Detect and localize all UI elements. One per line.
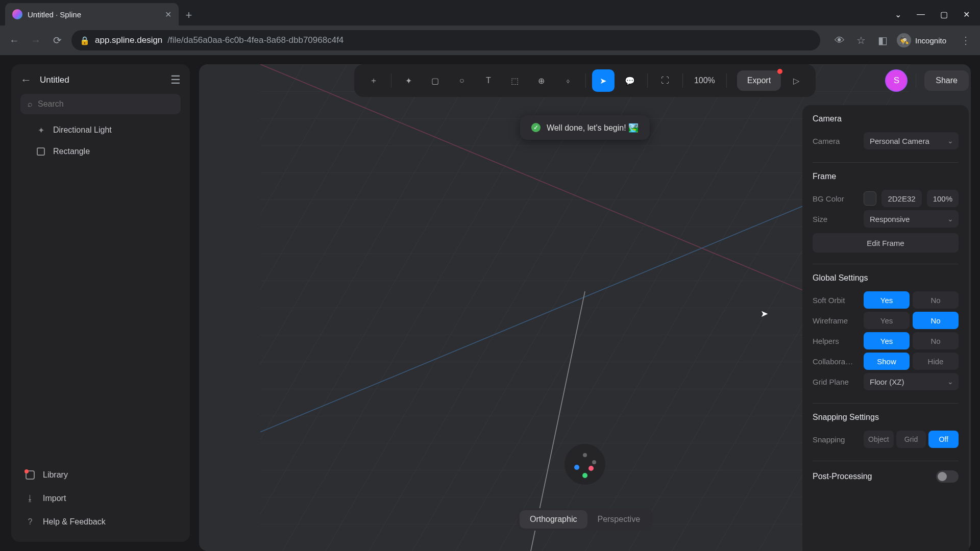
wireframe-label: Wireframe: [813, 316, 859, 325]
close-window-icon[interactable]: ✕: [963, 10, 970, 19]
layer-label: Directional Light: [53, 126, 112, 135]
check-icon: ✓: [531, 123, 541, 132]
camera-title: Camera: [813, 114, 959, 123]
divider: [813, 403, 959, 404]
maximize-icon[interactable]: ▢: [940, 10, 948, 19]
project-title[interactable]: Untitled: [40, 75, 162, 85]
snapping-off[interactable]: Off: [928, 431, 959, 448]
soft-orbit-yes[interactable]: Yes: [864, 291, 910, 309]
size-dropdown[interactable]: Responsive: [864, 210, 959, 228]
add-button[interactable]: ＋: [362, 69, 385, 92]
helpers-no[interactable]: No: [913, 332, 959, 349]
size-label: Size: [813, 215, 859, 223]
user-avatar[interactable]: S: [885, 69, 908, 92]
frame-tool-icon[interactable]: ⛶: [654, 69, 676, 92]
snapping-title: Snapping Settings: [813, 413, 959, 422]
svg-point-5: [583, 453, 587, 457]
browser-tab[interactable]: Untitled · Spline ✕: [5, 3, 179, 26]
collab-show[interactable]: Show: [864, 353, 910, 370]
url-path: /file/da56a0aa-6c0b-4fea-8a68-dbb70968c4…: [167, 35, 344, 45]
help-label: Help & Feedback: [43, 517, 106, 527]
rectangle-tool-icon[interactable]: ▢: [424, 69, 447, 92]
url-bar[interactable]: 🔒 app.spline.design /file/da56a0aa-6c0b-…: [71, 30, 820, 51]
browser-chrome: Untitled · Spline ✕ + ⌄ — ▢ ✕ ← → ⟳ 🔒 ap…: [0, 0, 980, 55]
url-domain: app.spline.design: [95, 35, 162, 45]
camera-section: Camera Camera Personal Camera: [813, 114, 959, 151]
snapping-object[interactable]: Object: [864, 431, 894, 448]
close-tab-icon[interactable]: ✕: [165, 10, 172, 19]
export-button[interactable]: Export: [737, 70, 781, 91]
circle-tool-icon[interactable]: ○: [451, 69, 473, 92]
orientation-gizmo[interactable]: [565, 444, 605, 485]
post-processing-toggle[interactable]: [936, 470, 959, 483]
notification-dot-icon: [777, 69, 782, 74]
comment-tool-icon[interactable]: 💬: [619, 69, 641, 92]
orthographic-button[interactable]: Orthographic: [520, 510, 587, 529]
rectangle-icon: [36, 146, 46, 157]
layer-item-rectangle[interactable]: Rectangle: [20, 141, 181, 162]
forward-icon[interactable]: →: [29, 35, 43, 46]
reload-icon[interactable]: ⟳: [50, 34, 64, 46]
post-title: Post-Processing: [813, 472, 872, 481]
share-button[interactable]: Share: [924, 70, 969, 91]
svg-point-7: [574, 465, 579, 470]
tag-tool-icon[interactable]: ⬨: [557, 69, 579, 92]
import-button[interactable]: ⭳ Import: [20, 488, 181, 509]
nav-bar: ← → ⟳ 🔒 app.spline.design /file/da56a0aa…: [0, 26, 980, 55]
camera-dropdown[interactable]: Personal Camera: [864, 132, 959, 149]
wireframe-no[interactable]: No: [913, 312, 959, 329]
tab-title: Untitled · Spline: [28, 10, 160, 19]
svg-point-9: [582, 473, 587, 478]
bg-color-swatch[interactable]: [864, 191, 876, 206]
bg-color-hex-input[interactable]: 2D2E32: [881, 190, 921, 207]
window-controls: ⌄ — ▢ ✕: [895, 3, 980, 26]
divider: [813, 162, 959, 163]
kebab-menu-icon[interactable]: ⋮: [959, 34, 973, 46]
separator: [726, 73, 727, 88]
collab-hide[interactable]: Hide: [913, 353, 959, 370]
divider: [813, 264, 959, 264]
play-button-icon[interactable]: ▷: [785, 69, 807, 92]
search-input[interactable]: [38, 99, 174, 109]
import-label: Import: [43, 494, 66, 503]
back-icon[interactable]: ←: [7, 35, 21, 46]
eye-off-icon[interactable]: 👁: [832, 35, 847, 46]
new-tab-button[interactable]: +: [179, 5, 199, 26]
bg-opacity-input[interactable]: 100%: [927, 190, 959, 207]
top-right-controls: S Share: [885, 64, 969, 97]
library-button[interactable]: Library: [20, 464, 181, 486]
helpers-yes[interactable]: Yes: [864, 332, 910, 349]
layer-item-directional-light[interactable]: Directional Light: [20, 119, 181, 141]
cube-tool-icon[interactable]: ⬚: [504, 69, 526, 92]
soft-orbit-no[interactable]: No: [913, 291, 959, 309]
help-button[interactable]: ? Help & Feedback: [20, 511, 181, 533]
separator: [682, 73, 683, 88]
hamburger-icon[interactable]: ☰: [170, 73, 181, 87]
text-tool-icon[interactable]: T: [477, 69, 500, 92]
tab-dropdown-icon[interactable]: ⌄: [895, 10, 901, 19]
sparkle-tool-icon[interactable]: ✦: [398, 69, 420, 92]
camera-label: Camera: [813, 137, 859, 145]
incognito-label: Incognito: [915, 36, 946, 45]
minimize-icon[interactable]: —: [917, 10, 925, 19]
incognito-badge: 🕵️ Incognito: [897, 33, 951, 47]
extensions-icon[interactable]: ◧: [875, 34, 890, 46]
bookmark-icon[interactable]: ☆: [854, 34, 868, 46]
snapping-grid[interactable]: Grid: [896, 431, 926, 448]
toast-message: Well done, let's begin! 🏞️: [547, 123, 639, 133]
cursor-tool-icon[interactable]: ➤: [592, 69, 615, 92]
back-arrow-icon[interactable]: ←: [20, 73, 32, 87]
global-title: Global Settings: [813, 273, 959, 283]
sphere-tool-icon[interactable]: ⊕: [530, 69, 553, 92]
edit-frame-button[interactable]: Edit Frame: [813, 233, 959, 253]
search-box[interactable]: ⌕: [20, 94, 181, 114]
svg-point-8: [589, 466, 594, 471]
perspective-button[interactable]: Perspective: [587, 510, 650, 529]
library-label: Library: [43, 470, 68, 480]
zoom-level[interactable]: 100%: [689, 76, 720, 85]
snapping-label: Snapping: [813, 435, 859, 444]
sidebar-header: ← Untitled ☰: [20, 73, 181, 87]
wireframe-yes[interactable]: Yes: [864, 312, 910, 329]
grid-plane-dropdown[interactable]: Floor (XZ): [864, 373, 959, 390]
toast-notification: ✓ Well done, let's begin! 🏞️: [520, 115, 650, 140]
